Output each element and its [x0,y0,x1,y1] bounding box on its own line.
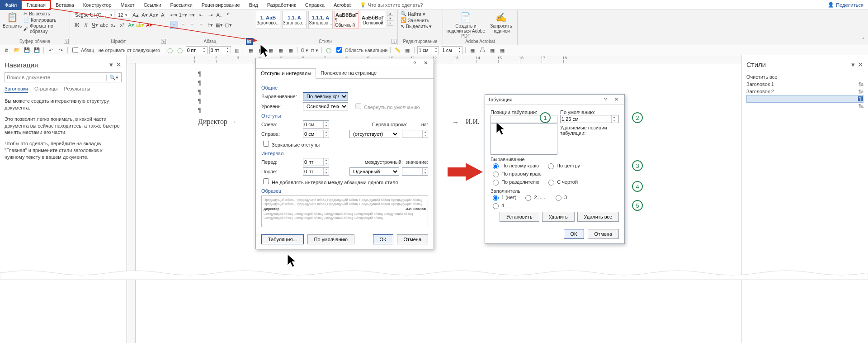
qat-t5[interactable]: ▦ [287,46,295,54]
align-right[interactable]: ≡ [188,21,196,29]
inc-indent[interactable]: ⇥ [206,11,214,19]
tab-review[interactable]: Рецензирование [197,0,245,10]
mirror-check[interactable] [263,141,269,147]
qat-redo[interactable]: ↷ [57,46,65,54]
search-icon[interactable]: 🔍▾ [106,75,121,81]
align-right-radio[interactable] [493,172,499,177]
style-current[interactable]: ¶ [746,95,863,103]
dlg-para-help[interactable]: ? [409,61,420,66]
tell-me[interactable]: 💡Что вы хотите сделать? [360,2,423,8]
qat-after-spacing[interactable]: ▴▾ [209,46,231,54]
style-clear-all[interactable]: Очистить все [746,73,863,81]
dlg-para-close[interactable]: ✕ [420,60,431,66]
paste-button[interactable]: 📋 Вставить [3,11,22,29]
qat-saveall[interactable]: 💾 [33,46,41,54]
nav-tab-results[interactable]: Результаты [64,86,90,93]
font-launcher[interactable]: ↘ [161,39,166,44]
bold-button[interactable]: Ж [73,21,81,29]
default-tab[interactable]: ▴▾ [560,115,619,123]
tab-acrobat[interactable]: Acrobat [329,0,355,10]
btn-ok-tabs[interactable]: ОК [564,229,584,239]
nav-search[interactable]: 🔍▾ [5,72,122,82]
qat-undo[interactable]: ↶ [47,46,55,54]
share-button[interactable]: 👤Поделиться [823,2,868,8]
nosame-check[interactable] [263,178,269,184]
qat-g4[interactable]: ▦ [498,46,506,54]
find-button[interactable]: 🔍Найти ▾ [401,11,432,17]
dlg-tabs-help[interactable]: ? [600,97,611,102]
nav-tab-pages[interactable]: Страницы [34,86,58,93]
styles-expand[interactable]: ▿ [387,21,393,26]
leader-3[interactable] [556,195,561,201]
adobe-sign[interactable]: ✍Запросить подписи [488,11,514,33]
align-decimal-radio[interactable] [493,180,499,186]
qat-t3[interactable]: ▦ [267,46,275,54]
style-heading2[interactable]: 1.1. АЗаголово... [282,11,307,29]
style-normal[interactable]: АаБбВвГ¶ Обычный [335,11,359,29]
qat-g2[interactable]: 品 [478,46,486,54]
font-color-button[interactable]: A▾ [145,21,153,29]
leader-2[interactable] [525,195,531,201]
multilevel[interactable]: ≡▾ [188,11,196,19]
qat-new[interactable]: 🗎 [3,46,11,54]
qat-t1[interactable]: ▦ [247,46,255,54]
nav-close-icon[interactable]: ✕ [116,61,122,69]
btn-default[interactable]: По умолчанию [307,234,354,244]
tab-view[interactable]: Вид [245,0,263,10]
align-bar-radio[interactable] [548,180,554,186]
btn-delall[interactable]: Удалить все [577,212,619,222]
btn-cancel-para[interactable]: Отмена [397,234,428,244]
grow-font[interactable]: A▴ [132,11,140,19]
tab-help[interactable]: Справка [301,0,329,10]
qat-omega[interactable]: Ω ▾ [301,46,309,54]
leader-4[interactable] [493,203,499,209]
styles-launcher[interactable]: ↘ [392,39,396,44]
qat-before-spacing[interactable]: ▴▾ [186,46,208,54]
bullets[interactable]: •≡▾ [170,11,178,19]
space-after[interactable]: ▴▾ [303,167,329,176]
leader-1[interactable] [493,195,499,201]
align-left-radio[interactable] [493,163,499,169]
qat-ruler[interactable]: 📏 [393,46,401,54]
font-name-combo[interactable]: Segoe UI (Основной текст)▾ [73,11,114,19]
style-h2[interactable]: Заголовок 2¶a [746,88,863,95]
copy-button[interactable]: 📄Копировать [24,17,67,23]
align-left[interactable]: ≡ [170,21,178,29]
tab-home[interactable]: Главная [21,0,51,10]
highlight-button[interactable]: ab▾ [136,21,144,29]
line-spacing-at[interactable]: ▴▾ [402,167,428,176]
qat-right-margin[interactable]: ▴▾ [441,46,462,54]
tab-references[interactable]: Ссылки [139,0,166,10]
space-before[interactable]: ▴▾ [303,158,329,166]
indent-right[interactable]: ▴▾ [303,130,329,138]
align-select[interactable]: По левому краю [303,92,348,100]
tab-insert[interactable]: Вставка [51,0,79,10]
shrink-font[interactable]: A▾ [141,11,149,19]
dec-indent[interactable]: ⇤ [197,11,205,19]
paragraph-launcher[interactable]: ↘ [247,39,252,44]
tab-layout[interactable]: Макет [116,0,139,10]
qat-grid[interactable]: ▦ [403,46,411,54]
btn-set[interactable]: Установить [500,212,539,222]
nav-menu-icon[interactable]: ▾ [109,61,113,69]
sup-button[interactable]: x² [118,21,126,29]
tab-file[interactable]: Файл [0,0,21,10]
line-spacing[interactable]: ‡▾ [206,21,214,29]
tab-design[interactable]: Конструктор [79,0,116,10]
document-area[interactable]: 123456789101112131415161718 ¶ ¶ ¶ ¶ ¶ Ди… [127,55,741,343]
text-effect[interactable]: A▾ [127,21,135,29]
btn-ok-para[interactable]: ОК [373,234,393,244]
qat-left-margin[interactable]: ▴▾ [417,46,439,54]
btn-tabs[interactable]: Табуляция... [261,234,304,244]
qat-dot1[interactable]: ◯ [166,46,174,54]
horizontal-ruler[interactable]: 123456789101112131415161718 [127,55,741,63]
style-heading3[interactable]: 1.1.1. АЗаголово... [308,11,333,29]
cut-button[interactable]: ✂Вырезать [24,11,67,16]
show-marks[interactable]: ¶ [224,11,232,19]
qat-open[interactable]: 📂 [13,46,21,54]
qat-keep-with-next[interactable] [72,47,78,53]
first-line-select[interactable]: (отсутствует) [349,130,399,138]
vertical-ruler[interactable] [127,63,136,343]
sub-button[interactable]: x₂ [109,21,117,29]
clipboard-launcher[interactable]: ↘ [64,39,69,44]
